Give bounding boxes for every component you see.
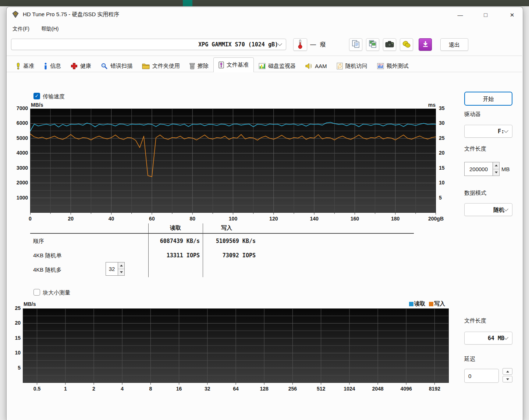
menu-file[interactable]: 文件(F) [10,24,32,33]
chevron-down-icon [504,207,508,211]
thermometer-icon [298,39,303,50]
axis-tick-label: 25 [439,135,445,141]
maximize-button[interactable]: □ [477,9,494,21]
axis-tick-label: 512 [310,386,332,392]
tab-label: 擦除 [198,63,209,70]
delay-spin-up-button[interactable] [503,368,512,375]
copy-text-icon [352,40,360,49]
tab-bar: 基准信息健康错误扫描文件夹使用擦除文件基准磁盘监视器AAM随机访问额外测试 [11,57,413,72]
tab-disk-monitor[interactable]: 磁盘监视器 [254,60,301,72]
tab-label: 错误扫描 [110,63,132,70]
transfer-speed-label: 传输速度 [43,93,65,100]
legend-write-label: 写入 [434,300,445,307]
queue-depth-spin-buttons[interactable] [118,262,124,275]
chevron-down-icon [504,335,508,340]
file-length-spinner[interactable]: 200000 [464,162,500,176]
block-size-checkbox[interactable] [33,289,40,296]
axis-tick-label: 200gB [423,216,449,222]
read-legend-swatch [409,302,413,306]
axis-tick-label: 10 [439,180,445,186]
copy-text-button[interactable] [349,38,362,51]
axis-tick-label: 30 [439,120,445,126]
drive-letter-combobox[interactable]: F: [464,125,512,138]
spin-down-icon[interactable] [118,269,124,275]
chevron-down-icon [277,41,282,46]
table-header-rule [30,233,414,234]
axis-tick-label: 25 [7,305,21,311]
delay-value: 0 [468,373,471,379]
axis-tick-label: 8192 [423,386,445,392]
spin-up-icon[interactable] [118,262,124,269]
delay-input[interactable]: 0 [464,369,499,383]
tab-file-benchmark[interactable]: 文件基准 [213,57,254,72]
axis-tick-label: 32 [196,386,219,392]
tab-health[interactable]: 健康 [66,60,96,72]
tab-folder-usage[interactable]: 文件夹使用 [137,60,185,72]
queue-depth-spinner[interactable]: 32 [106,262,125,276]
axis-tick-label: 128 [253,386,275,392]
legend-read: 读取 [409,300,425,307]
tab-label: 健康 [80,63,91,70]
help-hand-icon [402,40,411,49]
chevron-down-icon [504,128,508,133]
exit-button[interactable]: 退出 [440,38,468,51]
queue-depth-value: 32 [106,262,118,275]
trash-icon [189,63,195,70]
tab-label: 磁盘监视器 [268,63,296,70]
delay-spin-down-button[interactable] [503,376,512,382]
transfer-speed-checkbox[interactable]: ✓ [33,93,40,99]
help-hand-button[interactable] [400,38,413,51]
file-length2-label: 文件长度 [464,317,486,324]
file-length-value: 200000 [465,162,493,176]
copy-image-button[interactable] [366,38,379,51]
tab-aam[interactable]: AAM [301,60,332,72]
copy-image-icon [369,40,377,49]
axis-tick-label: 1000 [10,195,28,201]
file-length2-combobox[interactable]: 64 MB [464,332,512,345]
data-mode-combobox[interactable]: 随机 [464,203,512,216]
write-legend-swatch [429,302,433,306]
tab-random-access[interactable]: 随机访问 [332,60,372,72]
axis-tick-label: 2048 [367,386,389,392]
folder-icon [142,63,150,69]
drive-combobox[interactable]: XPG GAMMIX S70 (1024 gB) [11,39,286,50]
start-button[interactable]: 开始 [464,92,512,106]
row-label-4kb-multi: 4KB 随机多 [33,266,62,273]
sequential-read-value: 6087439 KB/s [147,237,200,245]
screenshot-button[interactable] [383,38,396,51]
random-access-icon [337,63,343,70]
axis-tick-label: 1024 [338,386,361,392]
axis-tick-label: 180 [383,216,408,222]
read-column-header: 读取 [148,225,203,232]
tab-erase[interactable]: 擦除 [185,60,213,72]
chart1-ylabel-left: MB/s [31,102,43,108]
axis-tick-label: 160 [342,216,368,222]
legend-read-label: 读取 [414,300,425,307]
minimize-button[interactable]: — [451,9,469,21]
spin-down-icon[interactable] [493,169,499,176]
axis-tick-label: 0 [17,216,43,222]
temperature-button[interactable] [293,38,307,51]
delay-label: 延迟 [464,356,475,363]
axis-tick-label: 60 [139,216,165,222]
desktop-accent [183,0,192,6]
spin-up-icon[interactable] [493,162,499,169]
exclamation-icon [16,63,21,70]
tab-benchmark[interactable]: 基准 [11,60,39,72]
file-length-spin-buttons[interactable] [493,162,499,176]
file-benchmark-icon [219,61,224,68]
app-icon [12,11,19,18]
axis-tick-label: 2 [83,386,105,392]
save-button[interactable] [419,38,432,51]
axis-tick-label: 20 [439,150,445,156]
tab-error-scan[interactable]: 错误扫描 [96,60,137,72]
axis-tick-label: 2000 [10,180,28,186]
axis-tick-label: 5 [439,195,442,201]
menu-help[interactable]: 帮助(H) [39,24,61,33]
axis-tick-label: 4000 [10,150,28,156]
close-button[interactable]: ✕ [503,9,521,21]
tab-info[interactable]: 信息 [39,60,66,72]
tab-extra-tests[interactable]: 额外测试 [372,60,413,72]
axis-tick-label: 140 [301,216,327,222]
file-length2-value: 64 MB [465,335,504,342]
